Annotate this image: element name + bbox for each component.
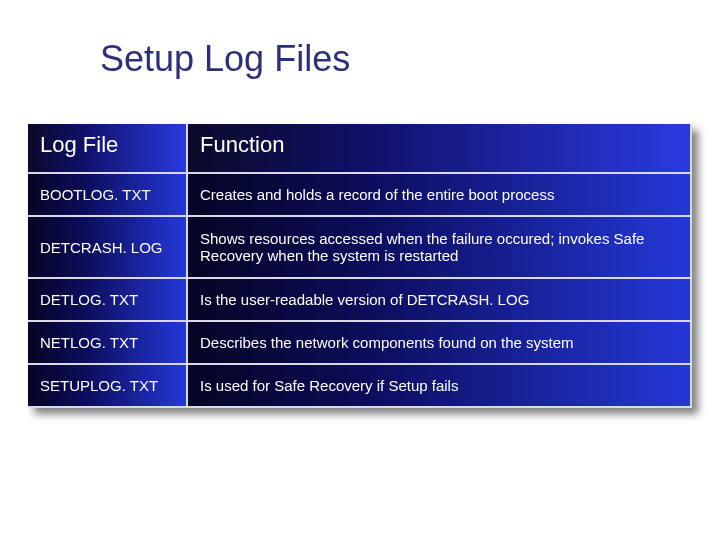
slide-title: Setup Log Files	[100, 38, 350, 80]
cell-function: Is used for Safe Recovery if Setup fails	[188, 365, 692, 408]
table-header-row: Log File Function	[28, 124, 692, 174]
header-log-file: Log File	[28, 124, 188, 174]
header-function: Function	[188, 124, 692, 174]
cell-log-file: DETCRASH. LOG	[28, 217, 188, 279]
log-files-table-container: Log File Function BOOTLOG. TXT Creates a…	[28, 124, 692, 408]
log-files-table: Log File Function BOOTLOG. TXT Creates a…	[28, 124, 692, 408]
slide: Setup Log Files Log File Function BOOTLO…	[0, 0, 720, 540]
table-row: NETLOG. TXT Describes the network compon…	[28, 322, 692, 365]
cell-function: Describes the network components found o…	[188, 322, 692, 365]
table-row: BOOTLOG. TXT Creates and holds a record …	[28, 174, 692, 217]
cell-log-file: NETLOG. TXT	[28, 322, 188, 365]
cell-log-file: BOOTLOG. TXT	[28, 174, 188, 217]
cell-log-file: SETUPLOG. TXT	[28, 365, 188, 408]
cell-function: Creates and holds a record of the entire…	[188, 174, 692, 217]
table-row: DETCRASH. LOG Shows resources accessed w…	[28, 217, 692, 279]
cell-log-file: DETLOG. TXT	[28, 279, 188, 322]
cell-function: Is the user-readable version of DETCRASH…	[188, 279, 692, 322]
table-row: SETUPLOG. TXT Is used for Safe Recovery …	[28, 365, 692, 408]
table-row: DETLOG. TXT Is the user-readable version…	[28, 279, 692, 322]
cell-function: Shows resources accessed when the failur…	[188, 217, 692, 279]
